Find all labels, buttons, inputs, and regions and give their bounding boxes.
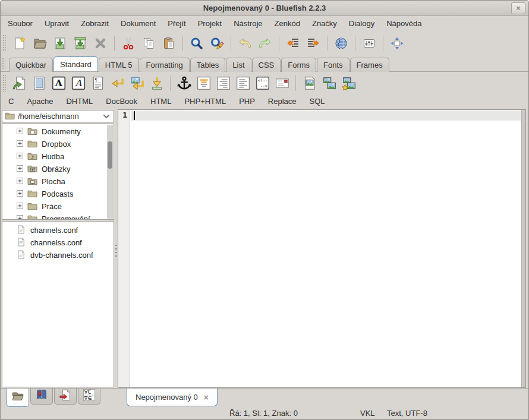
tree-item-programovani[interactable]: Programování bbox=[2, 213, 114, 220]
file-item-channelss-conf[interactable]: channelss.conf bbox=[2, 236, 114, 249]
sidebar-tab-bookmarks[interactable] bbox=[30, 389, 53, 405]
file-item-channels-conf[interactable]: channels.conf bbox=[2, 224, 114, 236]
open-button[interactable] bbox=[30, 33, 50, 53]
close-document-button[interactable] bbox=[90, 33, 111, 53]
menu-nastroje[interactable]: Nástroje bbox=[228, 17, 268, 30]
anchor-button[interactable] bbox=[174, 73, 194, 93]
menu-zenkod[interactable]: Zenkód bbox=[269, 17, 306, 30]
tab-frames[interactable]: Frames bbox=[350, 58, 389, 72]
tab-fonts[interactable]: Fonts bbox=[317, 58, 349, 72]
copy-button[interactable] bbox=[138, 33, 159, 53]
non-breaking-space-button[interactable] bbox=[147, 73, 166, 93]
snippets-menu-replace[interactable]: Replace bbox=[262, 95, 303, 108]
expander-icon[interactable] bbox=[17, 165, 23, 173]
italic-button[interactable]: A bbox=[68, 73, 88, 93]
align-left-button[interactable] bbox=[233, 73, 253, 93]
email-button[interactable] bbox=[272, 73, 292, 93]
tab-html-5[interactable]: HTML 5 bbox=[99, 58, 139, 72]
snippets-menu-dhtml[interactable]: DHTML bbox=[59, 95, 99, 108]
snippets-menu-php-html[interactable]: PHP+HTML bbox=[178, 95, 232, 108]
toolbar-grip[interactable] bbox=[2, 34, 6, 52]
sidebar-tab-snippets[interactable] bbox=[54, 389, 77, 405]
tab-forms[interactable]: Forms bbox=[281, 58, 316, 72]
tab-close-icon[interactable]: × bbox=[204, 393, 209, 402]
expander-icon[interactable] bbox=[17, 140, 23, 149]
indent-button[interactable] bbox=[303, 33, 323, 53]
break-button[interactable] bbox=[108, 73, 127, 93]
menu-soubor[interactable]: Soubor bbox=[2, 17, 39, 30]
tree-item-plocha[interactable]: Plocha bbox=[2, 175, 114, 188]
titlebar[interactable]: Nepojmenovaný 0 - Bluefish 2.2.3 × bbox=[1, 1, 528, 16]
new-document-button[interactable] bbox=[10, 33, 30, 53]
cut-button[interactable] bbox=[118, 33, 138, 53]
expander-icon[interactable] bbox=[17, 177, 23, 186]
menu-napoveda[interactable]: Nápověda bbox=[380, 17, 427, 30]
unindent-button[interactable] bbox=[283, 33, 303, 53]
sidebar-tab-charmap[interactable]: ∀C∇∈ bbox=[78, 389, 100, 405]
tab-standard[interactable]: Standard bbox=[53, 56, 98, 71]
menu-dokument[interactable]: Dokument bbox=[115, 17, 162, 30]
file-item-dvb-channels-conf[interactable]: dvb-channels.conf bbox=[2, 249, 114, 261]
menu-upravit[interactable]: Upravit bbox=[39, 17, 75, 30]
save-as-button[interactable] bbox=[70, 33, 90, 53]
quickstart-button[interactable] bbox=[10, 73, 29, 93]
tree-item-prace[interactable]: Práce bbox=[2, 200, 114, 213]
sidebar-tab-file-browser[interactable] bbox=[7, 389, 29, 407]
find-replace-button[interactable] bbox=[207, 33, 227, 53]
expander-icon[interactable] bbox=[17, 190, 23, 198]
paragraph-button[interactable]: ¶ bbox=[88, 73, 108, 93]
snippets-menu-html[interactable]: HTML bbox=[144, 95, 178, 108]
snippets-menu-c[interactable]: C bbox=[2, 95, 20, 108]
tree-item-dropbox[interactable]: Dropbox bbox=[2, 138, 114, 150]
snippets-menu-php[interactable]: PHP bbox=[232, 95, 262, 108]
paste-button[interactable] bbox=[159, 33, 179, 53]
menu-prejit[interactable]: Přejít bbox=[162, 17, 191, 30]
expander-icon[interactable] bbox=[17, 214, 23, 220]
expander-icon[interactable] bbox=[17, 202, 23, 211]
menu-dialogy[interactable]: Dialogy bbox=[343, 17, 380, 30]
move-button[interactable] bbox=[387, 33, 407, 53]
editor-scrollbar[interactable] bbox=[521, 110, 525, 387]
break-clear-button[interactable] bbox=[127, 73, 147, 93]
align-right-button[interactable] bbox=[213, 73, 233, 93]
comment-icon: <!----> bbox=[255, 75, 270, 91]
image-button[interactable] bbox=[300, 73, 319, 93]
tab-quickbar[interactable]: Quickbar bbox=[9, 58, 53, 72]
expander-icon[interactable] bbox=[17, 127, 23, 136]
text-area[interactable] bbox=[131, 110, 521, 387]
undo-button[interactable] bbox=[235, 33, 255, 53]
toolbar-grip[interactable] bbox=[2, 58, 5, 70]
find-button[interactable] bbox=[187, 33, 207, 53]
directory-selector[interactable]: /home/eischmann bbox=[2, 110, 114, 122]
document-tab[interactable]: Nepojmenovaný 0 × bbox=[127, 389, 218, 406]
snippets-menu-docbook[interactable]: DocBook bbox=[99, 95, 144, 108]
tab-formatting[interactable]: Formatting bbox=[140, 58, 190, 72]
comment-button[interactable]: <!----> bbox=[253, 73, 272, 93]
snippets-menu-sql[interactable]: SQL bbox=[303, 95, 332, 108]
thumbnail-button[interactable] bbox=[319, 73, 339, 93]
menu-projekt[interactable]: Projekt bbox=[192, 17, 228, 30]
window-close-button[interactable]: × bbox=[511, 2, 525, 14]
preferences-button[interactable] bbox=[359, 33, 379, 53]
redo-button[interactable] bbox=[255, 33, 275, 53]
body-button[interactable] bbox=[29, 73, 49, 93]
toolbar-grip[interactable] bbox=[2, 74, 6, 92]
center-button[interactable] bbox=[194, 73, 213, 93]
save-button[interactable] bbox=[50, 33, 70, 53]
browser-preview-button[interactable] bbox=[331, 33, 351, 53]
tab-css[interactable]: CSS bbox=[252, 58, 281, 72]
expander-icon[interactable] bbox=[17, 152, 23, 161]
tree-item-podcasts[interactable]: Podcasts bbox=[2, 188, 114, 200]
multi-thumbnail-button[interactable] bbox=[339, 73, 358, 93]
bold-button[interactable]: A bbox=[49, 73, 68, 93]
tree-item-hudba[interactable]: ♪Hudba bbox=[2, 150, 114, 163]
scrollbar-thumb[interactable] bbox=[108, 141, 112, 169]
menu-zobrazit[interactable]: Zobrazit bbox=[75, 17, 115, 30]
tree-item-dokumenty[interactable]: Dokumenty bbox=[2, 125, 114, 138]
snippets-menu-apache[interactable]: Apache bbox=[20, 95, 59, 108]
tab-list[interactable]: List bbox=[226, 58, 251, 72]
tree-item-obrazky[interactable]: Obrázky bbox=[2, 163, 114, 175]
tab-tables[interactable]: Tables bbox=[190, 58, 226, 72]
menu-znacky[interactable]: Značky bbox=[306, 17, 343, 30]
tree-scrollbar[interactable] bbox=[107, 125, 113, 219]
